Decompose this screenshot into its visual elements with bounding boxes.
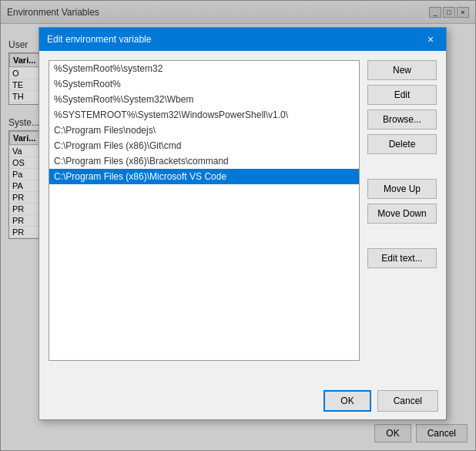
edit-text-button[interactable]: Edit text... xyxy=(367,248,437,268)
list-item-0[interactable]: %SystemRoot%\system32 xyxy=(49,61,359,76)
edit-button[interactable]: Edit xyxy=(367,85,437,105)
list-item-3[interactable]: %SYSTEMROOT%\System32\WindowsPowerShell\… xyxy=(49,107,359,123)
btn-gap xyxy=(367,159,437,174)
list-item-7-selected[interactable]: C:\Program Files (x86)\Microsoft VS Code xyxy=(49,169,359,184)
new-button[interactable]: New xyxy=(367,60,437,80)
dialog-footer: OK Cancel xyxy=(323,390,438,412)
dialog-button-column: New Edit Browse... Delete Move Up Move D… xyxy=(367,60,437,379)
dialog-cancel-button[interactable]: Cancel xyxy=(377,390,438,412)
edit-env-dialog: Edit environment variable × %SystemRoot%… xyxy=(39,27,447,420)
list-item-5[interactable]: C:\Program Files (x86)\Git\cmd xyxy=(49,138,359,153)
list-item-4[interactable]: C:\Program Files\nodejs\ xyxy=(49,123,359,138)
dialog-title: Edit environment variable xyxy=(47,34,151,45)
move-up-button[interactable]: Move Up xyxy=(367,179,437,199)
env-variable-list[interactable]: %SystemRoot%\system32 %SystemRoot% %Syst… xyxy=(49,60,360,361)
btn-gap-2 xyxy=(367,228,437,244)
delete-button[interactable]: Delete xyxy=(367,134,437,154)
browse-button[interactable]: Browse... xyxy=(367,109,437,130)
list-item-6[interactable]: C:\Program Files (x86)\Brackets\command xyxy=(49,153,359,169)
list-item-1[interactable]: %SystemRoot% xyxy=(49,76,359,92)
list-item-2[interactable]: %SystemRoot%\System32\Wbem xyxy=(49,92,359,107)
dialog-titlebar: Edit environment variable × xyxy=(39,28,446,51)
dialog-body: %SystemRoot%\system32 %SystemRoot% %Syst… xyxy=(39,51,446,389)
dialog-close-button[interactable]: × xyxy=(423,32,438,47)
dialog-ok-button[interactable]: OK xyxy=(323,390,370,412)
move-down-button[interactable]: Move Down xyxy=(367,204,437,224)
